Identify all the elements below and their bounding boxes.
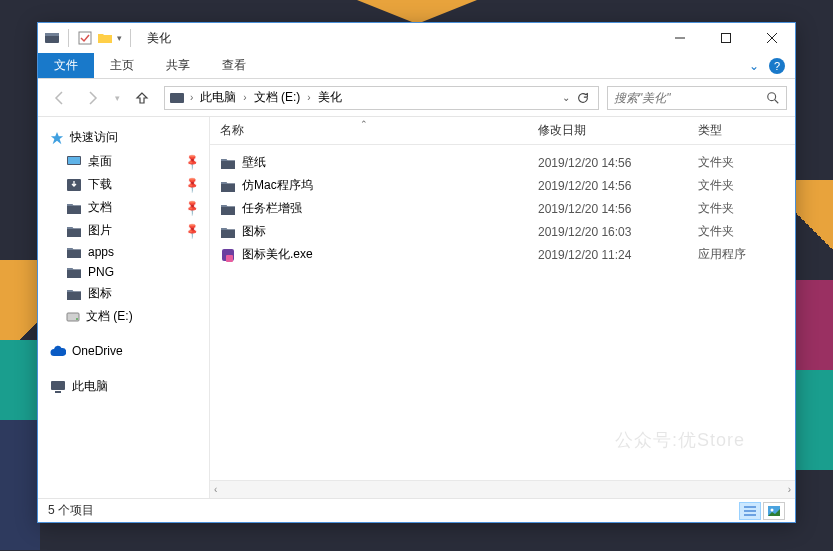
column-headers: 名称 ⌃ 修改日期 类型 [210,117,795,145]
nav-history-dropdown[interactable]: ▾ [110,84,124,112]
svg-rect-11 [68,157,80,164]
sidebar-item[interactable]: 文档 (E:) [38,305,209,328]
file-date: 2019/12/20 14:56 [538,179,698,193]
refresh-icon[interactable] [576,91,590,105]
pin-icon: 📌 [182,221,201,240]
pin-icon: 📌 [182,152,201,171]
sidebar-item[interactable]: 下载📌 [38,173,209,196]
file-name: 图标 [242,223,266,240]
sidebar-quick-access[interactable]: 快速访问 [38,125,209,150]
sidebar-this-pc[interactable]: 此电脑 [38,374,209,399]
folder-icon [220,225,236,239]
svg-point-14 [76,318,78,320]
tab-view[interactable]: 查看 [206,53,262,78]
folder-icon [220,179,236,193]
tab-home[interactable]: 主页 [94,53,150,78]
breadcrumb-segment[interactable]: 此电脑 [198,89,238,106]
sidebar-item[interactable]: 文档📌 [38,196,209,219]
folder-icon [66,201,82,215]
addr-folder-icon [169,90,185,106]
star-icon [50,131,64,145]
search-input[interactable] [614,91,766,105]
file-row[interactable]: 图标2019/12/20 16:03文件夹 [210,220,795,243]
file-row[interactable]: 任务栏增强2019/12/20 14:56文件夹 [210,197,795,220]
file-row[interactable]: 仿Mac程序坞2019/12/20 14:56文件夹 [210,174,795,197]
file-date: 2019/12/20 16:03 [538,225,698,239]
view-details-button[interactable] [739,502,761,520]
chevron-right-icon[interactable]: › [240,92,249,103]
folder-icon [66,224,82,238]
breadcrumb-segment[interactable]: 美化 [316,89,344,106]
svg-rect-16 [55,391,61,393]
close-button[interactable] [749,23,795,53]
tab-file[interactable]: 文件 [38,53,94,78]
file-date: 2019/12/20 14:56 [538,156,698,170]
explorer-icon [44,30,60,46]
file-date: 2019/12/20 11:24 [538,248,698,262]
tab-share[interactable]: 共享 [150,53,206,78]
folder-icon [220,156,236,170]
svg-point-23 [771,508,774,511]
window-title: 美化 [147,30,171,47]
cloud-icon [50,345,66,357]
pin-icon: 📌 [182,198,201,217]
svg-point-8 [768,92,776,100]
sidebar-item-label: 下载 [88,176,112,193]
minimize-button[interactable] [657,23,703,53]
horizontal-scrollbar[interactable]: ‹› [210,480,795,498]
nav-back-button[interactable] [46,84,74,112]
statusbar: 5 个项目 [38,498,795,522]
ribbon-tabs: 文件 主页 共享 查看 ⌄ ? [38,53,795,79]
search-box[interactable] [607,86,787,110]
sidebar-item[interactable]: 桌面📌 [38,150,209,173]
sidebar-item[interactable]: PNG [38,262,209,282]
disk-icon [66,310,80,324]
svg-rect-18 [226,255,233,262]
file-row[interactable]: 壁纸2019/12/20 14:56文件夹 [210,151,795,174]
help-icon[interactable]: ? [769,58,785,74]
search-icon[interactable] [766,91,780,105]
addr-dropdown-icon[interactable]: ⌄ [562,92,570,103]
file-type: 文件夹 [698,223,795,240]
chevron-right-icon[interactable]: › [304,92,313,103]
col-header-date[interactable]: 修改日期 [538,122,698,139]
main-pane: 名称 ⌃ 修改日期 类型 壁纸2019/12/20 14:56文件夹仿Mac程序… [210,117,795,498]
view-thumbnails-button[interactable] [763,502,785,520]
file-type: 文件夹 [698,154,795,171]
pc-icon [50,380,66,394]
col-header-type[interactable]: 类型 [698,122,795,139]
status-text: 5 个项目 [48,502,94,519]
chevron-right-icon[interactable]: › [187,92,196,103]
sidebar-onedrive[interactable]: OneDrive [38,340,209,362]
col-header-name[interactable]: 名称 [220,122,538,139]
sidebar-item-label: PNG [88,265,114,279]
ribbon-expand-icon[interactable]: ⌄ [749,59,759,73]
sidebar-item[interactable]: 图片📌 [38,219,209,242]
file-name: 壁纸 [242,154,266,171]
file-list: 壁纸2019/12/20 14:56文件夹仿Mac程序坞2019/12/20 1… [210,145,795,480]
address-bar[interactable]: › 此电脑 › 文档 (E:) › 美化 ⌄ [164,86,599,110]
svg-rect-1 [45,33,59,36]
svg-rect-7 [170,93,184,103]
sidebar-item-label: apps [88,245,114,259]
nav-up-button[interactable] [128,84,156,112]
folder-icon [66,287,82,301]
sidebar-item[interactable]: 图标 [38,282,209,305]
folder-icon [66,265,82,279]
titlebar: ▾ 美化 [38,23,795,53]
file-type: 应用程序 [698,246,795,263]
exe-icon [220,247,236,263]
qa-dropdown-icon[interactable]: ▾ [117,33,122,43]
file-row[interactable]: 图标美化.exe2019/12/20 11:24应用程序 [210,243,795,266]
sidebar-item-label: 文档 (E:) [86,308,133,325]
file-name: 任务栏增强 [242,200,302,217]
breadcrumb-segment[interactable]: 文档 (E:) [252,89,303,106]
svg-rect-15 [51,381,65,390]
nav-forward-button[interactable] [78,84,106,112]
folder-icon [220,202,236,216]
download-icon [66,178,82,192]
qa-checkbox-icon[interactable] [77,30,93,46]
qa-folder-icon[interactable] [97,30,113,46]
sidebar-item[interactable]: apps [38,242,209,262]
maximize-button[interactable] [703,23,749,53]
